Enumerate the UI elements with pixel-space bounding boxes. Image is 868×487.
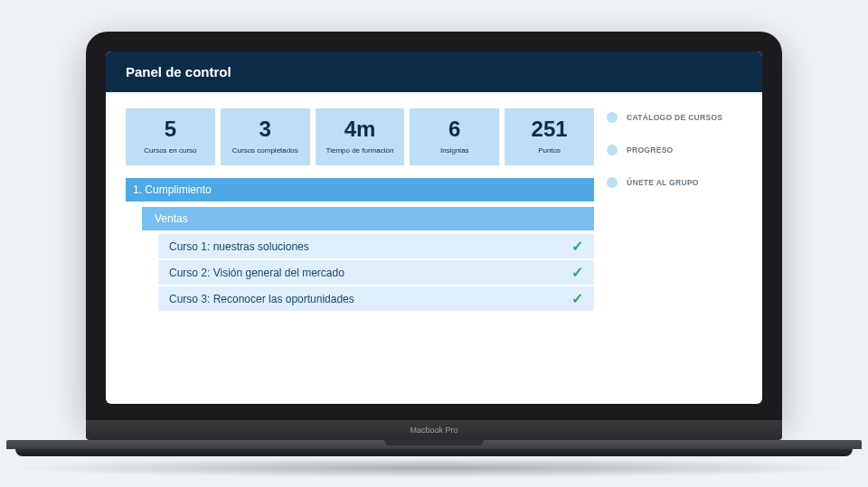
laptop-hinge: Macbook Pro xyxy=(86,420,782,440)
sidebar-item-label: CATÁLOGO DE CURSOS xyxy=(627,113,722,122)
laptop-base xyxy=(86,440,782,454)
section-title: 1. Cumplimiento xyxy=(133,183,212,196)
dot-icon xyxy=(607,112,618,123)
stats-row: 5 Cursos en curso 3 Cursos completados 4… xyxy=(126,108,594,165)
subsection-ventas[interactable]: Ventas xyxy=(142,207,594,230)
stat-tiempo-formacion[interactable]: 4m Tiempo de formación xyxy=(316,108,405,165)
stat-cursos-en-curso[interactable]: 5 Cursos en curso xyxy=(126,108,215,165)
course-title: Curso 3: Reconocer las oportunidades xyxy=(169,293,354,305)
stat-label: Insignias xyxy=(411,146,497,155)
course-item[interactable]: Curso 2: Visión general del mercado ✓ xyxy=(158,258,594,285)
stat-label: Tiempo de formación xyxy=(317,146,403,155)
check-icon: ✓ xyxy=(571,264,583,281)
stat-value: 4m xyxy=(317,117,403,141)
laptop-device-frame: Panel de control 5 Cursos en curso 3 Cur… xyxy=(86,32,782,454)
main-panel: 5 Cursos en curso 3 Cursos completados 4… xyxy=(126,108,594,388)
stat-insignias[interactable]: 6 Insignias xyxy=(410,108,499,165)
base-bottom xyxy=(15,449,853,456)
base-notch xyxy=(384,440,484,445)
course-item[interactable]: Curso 3: Reconocer las oportunidades ✓ xyxy=(158,285,594,311)
sidebar-item-unete-grupo[interactable]: ÚNETE AL GRUPO xyxy=(607,177,742,188)
screen-bezel: Panel de control 5 Cursos en curso 3 Cur… xyxy=(86,32,782,420)
screen: Panel de control 5 Cursos en curso 3 Cur… xyxy=(106,52,762,404)
section-cumplimiento[interactable]: 1. Cumplimiento xyxy=(126,178,594,201)
course-title: Curso 2: Visión general del mercado xyxy=(169,267,344,279)
header-bar: Panel de control xyxy=(106,52,762,92)
check-icon: ✓ xyxy=(571,238,583,255)
sidebar-item-catalogo[interactable]: CATÁLOGO DE CURSOS xyxy=(607,112,742,123)
stat-value: 6 xyxy=(411,117,497,141)
device-label: Macbook Pro xyxy=(410,426,458,435)
stat-value: 3 xyxy=(222,117,308,141)
base-shadow xyxy=(5,458,863,478)
course-list: Curso 1: nuestras soluciones ✓ Curso 2: … xyxy=(158,234,594,311)
stat-value: 5 xyxy=(127,117,213,141)
stat-value: 251 xyxy=(506,117,592,141)
stat-puntos[interactable]: 251 Puntos xyxy=(505,108,594,165)
content-body: 5 Cursos en curso 3 Cursos completados 4… xyxy=(106,92,762,404)
sidebar: CATÁLOGO DE CURSOS PROGRESO ÚNETE AL GRU… xyxy=(607,108,742,388)
course-item[interactable]: Curso 1: nuestras soluciones ✓ xyxy=(158,234,594,258)
stat-cursos-completados[interactable]: 3 Cursos completados xyxy=(221,108,310,165)
subsection-title: Ventas xyxy=(155,212,188,225)
stat-label: Puntos xyxy=(506,146,592,155)
dot-icon xyxy=(607,145,618,155)
course-title: Curso 1: nuestras soluciones xyxy=(169,240,309,253)
stat-label: Cursos completados xyxy=(222,146,308,155)
check-icon: ✓ xyxy=(571,290,583,307)
sidebar-item-label: PROGRESO xyxy=(627,145,674,155)
sidebar-item-progreso[interactable]: PROGRESO xyxy=(607,145,742,155)
page-title: Panel de control xyxy=(126,64,231,80)
sidebar-item-label: ÚNETE AL GRUPO xyxy=(627,178,699,187)
dot-icon xyxy=(607,177,618,188)
stat-label: Cursos en curso xyxy=(127,146,213,155)
